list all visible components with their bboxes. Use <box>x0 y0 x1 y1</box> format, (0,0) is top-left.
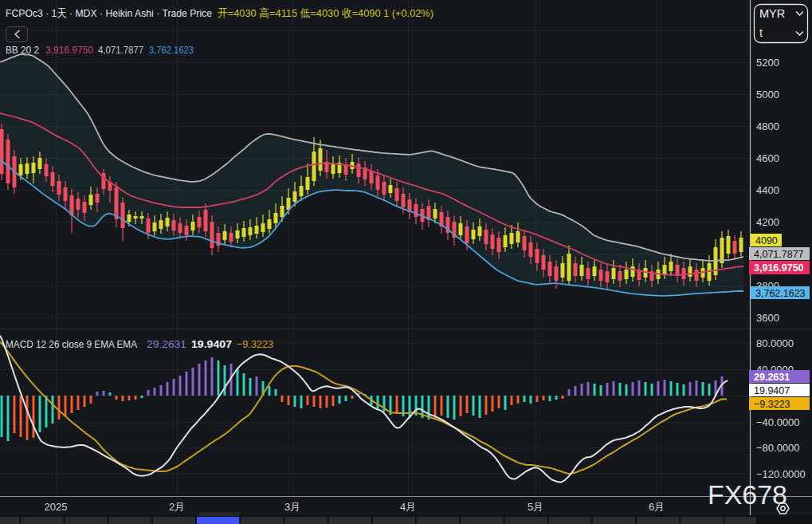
svg-text:29.2631: 29.2631 <box>147 338 186 350</box>
svg-text:3,762.1623: 3,762.1623 <box>755 288 806 299</box>
svg-text:5000: 5000 <box>756 89 779 100</box>
svg-text:−80.0000: −80.0000 <box>756 442 800 454</box>
svg-text:MACD 12 26 close 9 EMA EMA: MACD 12 26 close 9 EMA EMA <box>6 338 137 350</box>
svg-text:29.2631: 29.2631 <box>754 372 790 383</box>
svg-text:2月: 2月 <box>169 501 185 513</box>
svg-text:19.9407: 19.9407 <box>191 338 232 350</box>
svg-text:3,916.9750: 3,916.9750 <box>754 262 804 274</box>
svg-text:4800: 4800 <box>756 120 779 132</box>
svg-text:−9.3223: −9.3223 <box>754 399 790 410</box>
svg-text:−120.0000: −120.0000 <box>756 468 806 480</box>
svg-text:4,071.7877: 4,071.7877 <box>754 249 804 260</box>
svg-text:3,762.1623: 3,762.1623 <box>149 44 194 56</box>
svg-text:−9.3223: −9.3223 <box>237 338 273 350</box>
svg-text:4400: 4400 <box>756 184 779 196</box>
svg-text:FCPOc3 · 1天 · MDX · Heikin Ash: FCPOc3 · 1天 · MDX · Heikin Ashi · Trade … <box>6 7 212 19</box>
svg-text:4月: 4月 <box>400 501 416 513</box>
svg-text:3,916.9750: 3,916.9750 <box>45 44 93 56</box>
svg-text:4090: 4090 <box>755 235 778 246</box>
svg-text:4600: 4600 <box>756 152 779 164</box>
svg-text:80.0000: 80.0000 <box>756 337 794 349</box>
svg-text:FX678: FX678 <box>708 479 787 510</box>
svg-text:2025: 2025 <box>45 501 68 513</box>
svg-text:4,071.7877: 4,071.7877 <box>98 44 143 56</box>
svg-text:5月: 5月 <box>528 501 543 513</box>
svg-text:19.9407: 19.9407 <box>754 385 790 396</box>
svg-text:3月: 3月 <box>284 501 300 513</box>
svg-text:MYR: MYR <box>759 7 785 20</box>
svg-text:6月: 6月 <box>649 501 665 513</box>
svg-text:5200: 5200 <box>756 57 779 69</box>
svg-text:−40.0000: −40.0000 <box>756 416 800 428</box>
svg-text:3600: 3600 <box>756 312 779 324</box>
svg-text:4200: 4200 <box>756 216 779 228</box>
svg-text:BB 20 2: BB 20 2 <box>6 44 39 56</box>
svg-text:开=4030 高=4115 低=4030 收=4090 1: 开=4030 高=4115 低=4030 收=4090 1 (+0.02%) <box>218 7 433 19</box>
svg-text:t: t <box>759 26 763 39</box>
